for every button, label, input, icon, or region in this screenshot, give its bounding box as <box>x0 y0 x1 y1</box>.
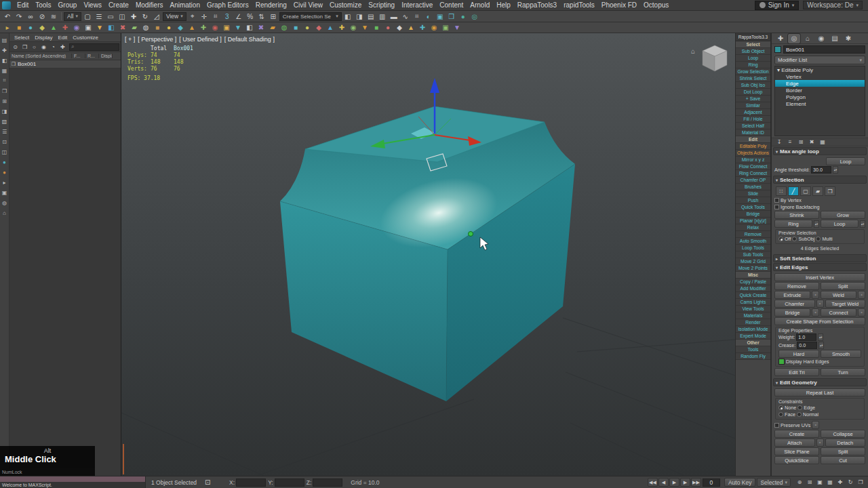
subobject-mode-icon[interactable]: ∷ <box>776 186 787 196</box>
menu-item[interactable]: Group <box>55 0 81 10</box>
weld-button[interactable]: Weld <box>821 291 856 299</box>
scene-explorer-tool-icon[interactable]: ◔ <box>49 43 58 51</box>
viewport-nav-icon[interactable]: ✚ <box>835 478 845 487</box>
dock-icon[interactable]: ▣ <box>1 188 9 197</box>
connect-button[interactable]: Connect <box>821 308 856 317</box>
shrink-button[interactable]: Shrink <box>774 211 819 219</box>
constraint-face-radio[interactable] <box>778 412 783 417</box>
scene-explorer-menu[interactable]: Select <box>12 35 31 41</box>
plugin-toolbar-icon[interactable]: ■ <box>14 23 24 33</box>
plugin-toolbar-icon[interactable]: ◍ <box>140 23 151 33</box>
create-button[interactable]: Create <box>774 430 819 438</box>
create-shape-button[interactable]: Create Shape From Selection <box>774 317 865 325</box>
menu-item[interactable]: Graph Editors <box>203 0 252 10</box>
repeat-last-button[interactable]: Repeat Last <box>774 388 865 396</box>
menu-item[interactable]: Civil View <box>290 0 326 10</box>
modifier-stack-entry[interactable]: ▾ Editable Poly <box>775 66 865 73</box>
extrude-button[interactable]: Extrude <box>774 291 810 299</box>
toolbar-icon[interactable]: ◎ <box>469 12 480 21</box>
transport-control-icon[interactable]: ▶▶ <box>691 478 701 487</box>
rappatools-button[interactable]: Copy / Paste <box>736 279 770 285</box>
rappatools-button[interactable]: Grow Selection <box>736 68 770 75</box>
scene-explorer-menu[interactable]: Edit <box>56 35 69 41</box>
modifier-stack-entry[interactable]: Polygon <box>775 94 865 100</box>
menu-item[interactable]: Create <box>105 0 132 10</box>
rappatools-button[interactable]: Loop Tools <box>736 245 770 251</box>
toolbar-icon[interactable]: ❒ <box>446 12 457 21</box>
command-panel-tab[interactable]: ✚ <box>774 34 787 43</box>
toolbar-icon[interactable]: ▣ <box>435 12 446 21</box>
detach-button[interactable]: Detach <box>825 439 866 447</box>
rappatools-button[interactable]: Objects Actions <box>736 150 770 157</box>
toolbar-icon[interactable]: ↶ <box>2 12 13 21</box>
rappatools-button[interactable]: Similar <box>736 102 770 109</box>
rappatools-button[interactable]: Random Fly <box>736 353 770 360</box>
rappatools-button[interactable]: Expert Mode <box>736 333 770 340</box>
rappatools-button[interactable]: Tools <box>736 346 770 353</box>
rappatools-button[interactable]: Add Modifier <box>736 285 770 292</box>
weld-settings-icon[interactable]: ▫ <box>858 291 865 299</box>
toolbar-icon[interactable]: ▤ <box>366 12 376 21</box>
quickslice-button[interactable]: QuickSlice <box>774 456 819 464</box>
modifier-stack-entry[interactable]: Element <box>775 100 865 107</box>
dock-icon[interactable]: ▦ <box>1 66 9 75</box>
plugin-toolbar-icon[interactable]: ■ <box>290 23 301 33</box>
by-vertex-checkbox[interactable] <box>774 198 779 203</box>
dock-icon[interactable]: ❒ <box>1 87 9 95</box>
macro-recorder-field[interactable] <box>0 476 145 482</box>
chamfer-button[interactable]: Chamfer <box>774 300 815 308</box>
spinner-control[interactable]: ▴▾ <box>818 342 824 349</box>
coordinate-field[interactable] <box>313 479 342 487</box>
connect-settings-icon[interactable]: ▫ <box>858 308 865 317</box>
toolbar-icon[interactable]: ∞ <box>25 12 36 21</box>
toolbar-icon[interactable]: % <box>245 12 256 21</box>
rappatools-title[interactable]: RappaTools3.3 <box>736 33 770 41</box>
selection-lock-icon[interactable]: ⊡ <box>202 478 213 487</box>
plugin-toolbar-icon[interactable]: ◧ <box>244 23 255 33</box>
rollout-header-edit-geometry[interactable]: ▾ Edit Geometry <box>773 378 867 386</box>
dock-icon[interactable]: ◧ <box>1 56 9 64</box>
viewport-label-segment[interactable]: [ User Defined ] <box>179 36 222 43</box>
attach-button[interactable]: Attach <box>774 439 815 447</box>
ignore-backfacing-checkbox[interactable] <box>774 205 779 209</box>
preview-off-radio[interactable] <box>778 237 783 241</box>
plugin-toolbar-icon[interactable]: ◉ <box>348 23 359 33</box>
scene-explorer-search-input[interactable]: ⌕ <box>69 43 119 51</box>
menu-item[interactable]: Help <box>493 0 514 10</box>
scene-explorer-tool-icon[interactable]: ✚ <box>58 43 67 51</box>
plugin-toolbar-icon[interactable]: ◆ <box>37 23 47 33</box>
menu-item[interactable]: Tools <box>32 0 54 10</box>
scene-explorer-tool-icon[interactable]: ⊙ <box>11 43 20 51</box>
rappatools-button[interactable]: Ring <box>736 62 770 68</box>
plugin-toolbar-icon[interactable]: ✖ <box>117 23 128 33</box>
toolbar-icon[interactable]: ✚ <box>128 12 139 21</box>
command-panel-tab[interactable]: ▤ <box>829 34 841 43</box>
command-panel-tab[interactable]: ◉ <box>815 34 827 43</box>
cut-button[interactable]: Cut <box>821 456 865 464</box>
toolbar-icon[interactable]: ▬ <box>389 12 399 21</box>
rappatools-button[interactable]: Move 2 Grid <box>736 258 770 265</box>
menu-item[interactable]: Animation <box>166 0 203 10</box>
menu-item[interactable]: Modifiers <box>132 0 167 10</box>
scene-explorer-row[interactable]: ❒ Box001 <box>9 60 121 68</box>
plugin-toolbar-icon[interactable]: ▼ <box>233 23 243 33</box>
spinner-control[interactable]: ▴▾ <box>814 220 819 228</box>
chamfer-settings-icon[interactable]: ▫ <box>816 300 824 308</box>
constraint-none-radio[interactable] <box>778 405 783 410</box>
stack-tool-icon[interactable]: ▦ <box>818 138 827 146</box>
plugin-toolbar-icon[interactable]: ◆ <box>313 23 324 33</box>
command-panel-tab[interactable]: ⌂ <box>802 34 814 43</box>
plugin-toolbar-icon[interactable]: ✚ <box>336 23 347 33</box>
angle-loop-button[interactable]: Loop <box>826 157 865 165</box>
perspective-viewport[interactable]: ⌂ [ + ][ Perspective ][ User Defined ][ … <box>121 33 735 476</box>
target-weld-button[interactable]: Target Weld <box>825 300 866 308</box>
plugin-toolbar-icon[interactable]: ▣ <box>83 23 94 33</box>
hard-button[interactable]: Hard <box>778 350 819 358</box>
modifier-stack-entry[interactable]: Vertex <box>775 73 865 80</box>
plugin-toolbar-icon[interactable]: ◆ <box>394 23 405 33</box>
rappatools-button[interactable]: Select Half <box>736 123 770 129</box>
rappatools-button[interactable]: Fill / Hole <box>736 116 770 123</box>
dock-icon[interactable]: ▧ <box>1 117 9 125</box>
smooth-button[interactable]: Smooth <box>821 350 861 358</box>
menu-item[interactable]: Phoenix FD <box>598 0 640 10</box>
